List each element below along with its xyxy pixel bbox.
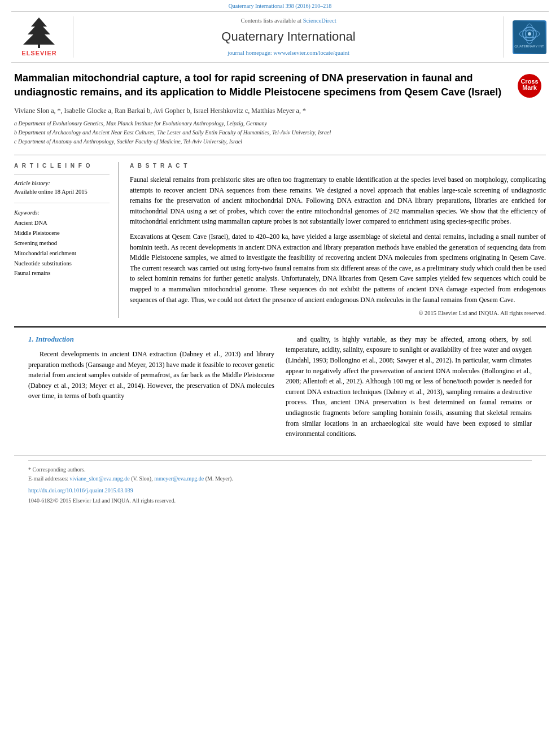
copyright-line: © 2015 Elsevier Ltd and INQUA. All right… xyxy=(130,309,546,318)
keyword-6: Faunal remains xyxy=(14,268,110,278)
available-online: Available online 18 April 2015 xyxy=(14,188,110,196)
elsevier-label: ELSEVIER xyxy=(21,49,56,58)
journal-header: ELSEVIER Contents lists available at Sci… xyxy=(11,11,549,63)
affiliation-c: c Department of Anatomy and Anthropology… xyxy=(14,137,509,146)
science-direct-line: Contents lists available at ScienceDirec… xyxy=(240,17,336,25)
svg-text:QUATERNARY INT.: QUATERNARY INT. xyxy=(514,45,545,48)
article-title: Mammalian mitochondrial capture, a tool … xyxy=(14,71,509,99)
email-1[interactable]: viviane_slon@eva.mpg.de xyxy=(69,475,129,482)
affiliation-a: a Department of Evolutionary Genetics, M… xyxy=(14,119,509,128)
doi-url: http://dx.doi.org/10.1016/j.quaint.2015.… xyxy=(28,487,133,493)
abstract-text: Faunal skeletal remains from prehistoric… xyxy=(130,174,546,305)
journal-citation: Quaternary International 398 (2016) 210–… xyxy=(229,3,332,9)
history-title: Article history: xyxy=(14,180,110,188)
homepage-url[interactable]: www.elsevier.com/locate/quaint xyxy=(273,50,349,56)
article-history: Article history: Available online 18 Apr… xyxy=(14,180,110,196)
keyword-3: Screening method xyxy=(14,238,110,248)
email-section: E-mail addresses: viviane_slon@eva.mpg.d… xyxy=(28,474,532,483)
keyword-5: Nucleotide substitutions xyxy=(14,259,110,269)
body-content: 1. Introduction Recent developments in a… xyxy=(14,326,546,444)
corresponding-note: * Corresponding authors. xyxy=(28,465,532,474)
journal-citation-bar: Quaternary International 398 (2016) 210–… xyxy=(0,0,560,11)
svg-rect-2 xyxy=(514,21,545,53)
elsevier-logo-right: QUATERNARY INT. xyxy=(504,16,549,58)
article-title-section: Mammalian mitochondrial capture, a tool … xyxy=(14,71,546,146)
email-label: E-mail addresses: xyxy=(28,475,68,482)
email-2-person: (M. Meyer). xyxy=(205,475,233,482)
affiliation-b: b Department of Archaeology and Ancient … xyxy=(14,128,509,137)
abstract-label: A B S T R A C T xyxy=(130,162,546,170)
article-title-text: Mammalian mitochondrial capture, a tool … xyxy=(14,71,518,146)
keyword-2: Middle Pleistocene xyxy=(14,228,110,238)
abstract-column: A B S T R A C T Faunal skeletal remains … xyxy=(130,162,546,318)
crossmark-badge: Cross Mark xyxy=(518,71,546,146)
body-left-column: 1. Introduction Recent developments in a… xyxy=(28,334,274,444)
article-content: Mammalian mitochondrial capture, a tool … xyxy=(0,71,560,504)
article-info-column: A R T I C L E I N F O Article history: A… xyxy=(14,162,119,318)
email-2[interactable]: mmeyer@eva.mpg.de xyxy=(154,475,204,482)
journal-title: Quaternary International xyxy=(221,28,355,46)
authors: Viviane Slon a, *, Isabelle Glocke a, Ra… xyxy=(14,106,509,116)
keywords-title: Keywords: xyxy=(14,208,110,218)
keyword-1: Ancient DNA xyxy=(14,218,110,228)
abstract-paragraph-1: Faunal skeletal remains from prehistoric… xyxy=(130,174,546,227)
introduction-text-left: Recent developments in ancient DNA extra… xyxy=(28,349,274,401)
crossmark-icon: Cross Mark xyxy=(518,74,541,98)
doi-section[interactable]: http://dx.doi.org/10.1016/j.quaint.2015.… xyxy=(28,487,532,495)
svg-point-5 xyxy=(528,32,531,36)
journal-center-info: Contents lists available at ScienceDirec… xyxy=(73,16,504,58)
journal-homepage: journal homepage: www.elsevier.com/locat… xyxy=(228,49,349,58)
introduction-paragraph-1: Recent developments in ancient DNA extra… xyxy=(28,349,274,401)
elsevier-logo-left: ELSEVIER xyxy=(11,16,73,58)
introduction-heading: 1. Introduction xyxy=(28,334,274,344)
page-wrapper: Quaternary International 398 (2016) 210–… xyxy=(0,0,560,505)
introduction-text-right: and quality, is highly variable, as they… xyxy=(286,334,532,439)
article-footer: * Corresponding authors. E-mail addresse… xyxy=(14,455,546,505)
sciencedirect-link[interactable]: ScienceDirect xyxy=(303,18,336,24)
introduction-paragraph-2: and quality, is highly variable, as they… xyxy=(286,334,532,439)
issn-section: 1040-6182/© 2015 Elsevier Ltd and INQUA.… xyxy=(28,497,532,505)
tree-icon xyxy=(21,16,58,49)
affiliations: a Department of Evolutionary Genetics, M… xyxy=(14,119,509,146)
article-info-label: A R T I C L E I N F O xyxy=(14,162,110,170)
body-right-column: and quality, is highly variable, as they… xyxy=(286,334,532,444)
abstract-paragraph-2: Excavations at Qesem Cave (Israel), date… xyxy=(130,231,546,305)
footnote-section: * Corresponding authors. E-mail addresse… xyxy=(28,465,532,483)
article-info-abstract-section: A R T I C L E I N F O Article history: A… xyxy=(14,155,546,318)
email-1-person: (V. Slon), xyxy=(131,475,152,482)
svg-text:Mark: Mark xyxy=(522,84,537,91)
keyword-4: Mitochondrial enrichment xyxy=(14,248,110,259)
body-two-column: 1. Introduction Recent developments in a… xyxy=(28,334,532,444)
journal-cover-image: QUATERNARY INT. xyxy=(513,20,546,54)
keywords-section: Keywords: Ancient DNA Middle Pleistocene… xyxy=(14,208,110,278)
